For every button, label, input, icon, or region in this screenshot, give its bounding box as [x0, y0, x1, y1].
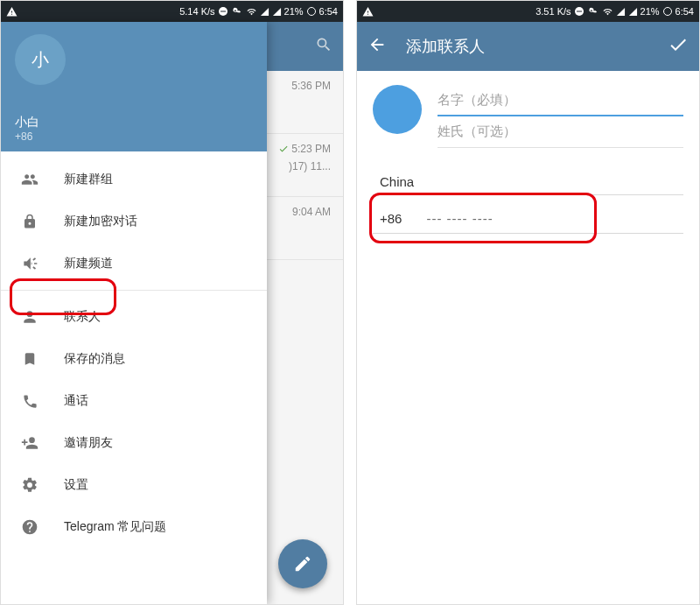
- arrow-back-icon: [368, 35, 387, 54]
- navigation-drawer: 小 小白 +86 新建群组 新建加密对话 新建频道 联系人: [1, 22, 267, 604]
- drawer-item-label: 保存的消息: [64, 351, 125, 367]
- contact-avatar-placeholder: [373, 85, 422, 134]
- drawer-item-label: Telegram 常见问题: [64, 519, 166, 535]
- svg-point-2: [307, 8, 315, 16]
- chat-snippet: )17) 11...: [278, 160, 331, 172]
- battery-percent: 21%: [284, 6, 304, 17]
- phone-country-code[interactable]: +86: [380, 211, 402, 226]
- vpn-key-icon: [231, 7, 243, 16]
- screen-title: 添加联系人: [406, 36, 648, 57]
- drawer-item-label: 通话: [64, 393, 88, 409]
- svg-point-5: [663, 8, 671, 16]
- signal-icon: [628, 7, 638, 17]
- battery-icon: [306, 6, 317, 17]
- drawer-item-faq[interactable]: Telegram 常见问题: [1, 506, 267, 548]
- bookmark-icon: [20, 351, 39, 367]
- add-contact-toolbar: 添加联系人: [357, 22, 699, 71]
- first-name-placeholder: 名字（必填）: [438, 92, 516, 109]
- check-icon: [668, 34, 689, 55]
- person-add-icon: [20, 434, 39, 452]
- chat-time: 5:23 PM: [291, 143, 331, 155]
- drawer-item-label: 新建频道: [64, 256, 113, 271]
- drawer-item-new-secret[interactable]: 新建加密对话: [1, 200, 267, 243]
- user-name: 小白: [15, 115, 253, 130]
- chat-time: 9:04 AM: [292, 206, 331, 218]
- svg-rect-4: [577, 11, 582, 12]
- signal-icon: [616, 7, 626, 17]
- drawer-list: 新建群组 新建加密对话 新建频道 联系人 保存的消息 通话: [1, 151, 267, 604]
- check-icon: [278, 144, 289, 154]
- phone-icon: [20, 393, 39, 410]
- drawer-item-label: 联系人: [64, 309, 101, 325]
- network-speed: 5.14 K/s: [179, 6, 214, 17]
- last-name-input[interactable]: 姓氏（可选）: [438, 116, 683, 148]
- help-icon: [20, 518, 39, 536]
- phone-left: 5.14 K/s 21% 6:54 5:36 PM 5:23 PM ): [0, 0, 344, 605]
- network-speed: 3.51 K/s: [536, 6, 570, 17]
- battery-percent: 21%: [640, 6, 660, 17]
- battery-icon: [662, 6, 673, 17]
- chat-time: 5:36 PM: [291, 80, 331, 92]
- user-phone: +86: [15, 130, 253, 143]
- confirm-button[interactable]: [668, 34, 689, 59]
- divider: [373, 233, 683, 234]
- drawer-item-label: 新建群组: [64, 172, 113, 187]
- lock-icon: [20, 214, 39, 229]
- wifi-icon: [602, 7, 613, 17]
- signal-icon: [272, 7, 282, 17]
- statusbar: 5.14 K/s 21% 6:54: [1, 1, 343, 22]
- user-avatar[interactable]: 小: [15, 34, 66, 85]
- country-selector[interactable]: China: [357, 153, 699, 193]
- phone-right: 3.51 K/s 21% 6:54 添加联系人 名字（必填） 姓氏（可选） Ch…: [356, 0, 700, 605]
- drawer-item-contacts[interactable]: 联系人: [1, 296, 267, 338]
- first-name-input[interactable]: 名字（必填）: [438, 85, 683, 116]
- clock-time: 6:54: [319, 6, 338, 17]
- country-label: China: [380, 174, 414, 189]
- signal-icon: [260, 7, 270, 17]
- compose-fab[interactable]: [278, 539, 327, 588]
- drawer-item-saved[interactable]: 保存的消息: [1, 338, 267, 380]
- last-name-placeholder: 姓氏（可选）: [438, 123, 516, 140]
- person-icon: [20, 308, 39, 326]
- clock-time: 6:54: [676, 6, 694, 17]
- megaphone-icon: [20, 255, 39, 272]
- divider: [1, 290, 267, 291]
- warning-icon: [6, 6, 18, 18]
- avatar-initial: 小: [32, 48, 49, 72]
- name-form-row: 名字（必填） 姓氏（可选）: [357, 71, 699, 153]
- drawer-item-calls[interactable]: 通话: [1, 380, 267, 422]
- gear-icon: [20, 476, 39, 494]
- dnd-icon: [218, 6, 228, 17]
- drawer-item-label: 新建加密对话: [64, 214, 137, 229]
- group-icon: [20, 171, 39, 188]
- phone-number-placeholder[interactable]: --- ---- ----: [426, 211, 493, 226]
- phone-input-row[interactable]: +86 --- ---- ----: [357, 195, 699, 231]
- svg-rect-1: [220, 11, 226, 12]
- search-icon[interactable]: [315, 36, 332, 57]
- warning-icon: [362, 6, 374, 18]
- statusbar: 3.51 K/s 21% 6:54: [357, 1, 699, 22]
- drawer-item-label: 设置: [64, 477, 88, 493]
- pencil-icon: [293, 554, 312, 573]
- drawer-header: 小 小白 +86: [1, 22, 267, 151]
- wifi-icon: [246, 7, 257, 17]
- dnd-icon: [574, 6, 584, 17]
- vpn-key-icon: [587, 7, 599, 16]
- drawer-item-invite[interactable]: 邀请朋友: [1, 422, 267, 464]
- drawer-item-label: 邀请朋友: [64, 435, 113, 451]
- drawer-item-settings[interactable]: 设置: [1, 464, 267, 506]
- drawer-item-new-group[interactable]: 新建群组: [1, 158, 267, 200]
- back-button[interactable]: [368, 35, 387, 58]
- drawer-item-new-channel[interactable]: 新建频道: [1, 243, 267, 285]
